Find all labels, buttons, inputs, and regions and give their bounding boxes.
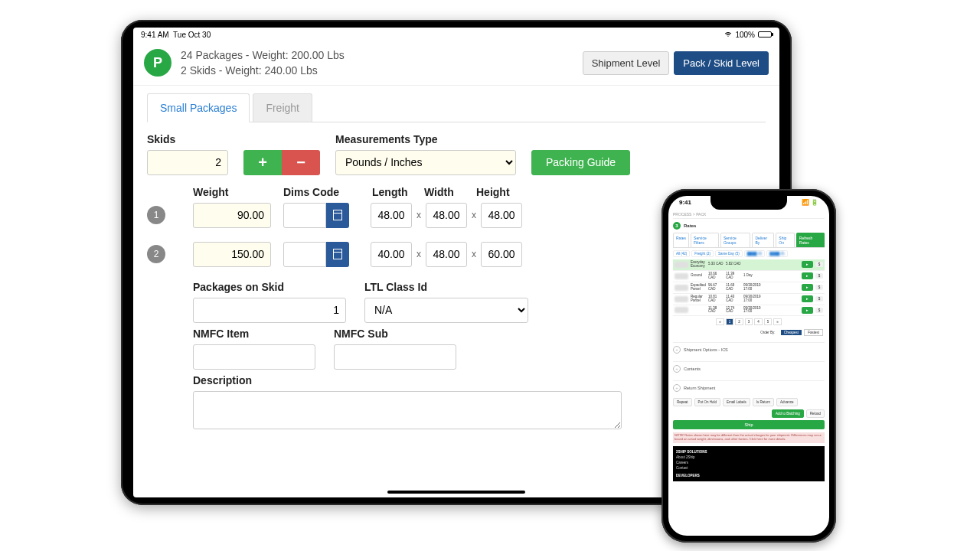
price-details-button[interactable]: $ [815,262,823,267]
ship-button[interactable]: Ship [673,420,825,429]
skids-input[interactable] [147,150,228,175]
ltl-class-label: LTL Class Id [364,281,528,293]
dims-code-input-1[interactable] [283,203,326,228]
rate-col1: 96.67 CAD [708,284,724,292]
filter-freight[interactable]: Freight (2) [691,250,714,257]
add-to-batching-button[interactable]: Add to Batching [772,409,804,418]
width-input-1[interactable] [426,203,467,228]
filter-all[interactable]: All (42) [673,250,690,257]
section-shipment-options[interactable]: + Shipment Options - ICS [673,342,825,357]
skid-number-badge: 1 [147,206,165,224]
status-date: Tue Oct 30 [173,31,211,39]
is-return-button[interactable]: Is Return [753,398,774,406]
pagination: « 1 2 3 4 5 » [673,316,825,328]
tab-service-groups[interactable]: Service Groups [720,233,750,247]
email-labels-button[interactable]: Email Labels [723,398,750,406]
page-5[interactable]: 5 [764,318,773,325]
height-input-2[interactable] [481,242,522,267]
repeat-button[interactable]: Repeat [673,398,692,406]
rate-col3: 09/30/2019 17:00 [743,284,759,292]
iphone-frame: 9:41 📶 🔋 PROCESS > PACK 3 Rates Rates Se… [662,189,836,543]
rate-col2: 11.69 CAD [726,284,741,292]
width-input-2[interactable] [426,242,467,267]
nmfc-sub-label: NMFC Sub [334,328,456,340]
iphone-signal-icons: 📶 🔋 [802,199,818,206]
page-next[interactable]: » [773,318,782,325]
packing-guide-button[interactable]: Packing Guide [531,150,630,175]
row-ship-button[interactable]: ▸ [802,261,813,268]
length-input-1[interactable] [371,203,412,228]
packages-on-skid-input[interactable] [193,298,346,323]
row-ship-button[interactable]: ▸ [802,295,813,302]
dims-code-header: Dims Code [283,186,372,198]
tab-service-filters[interactable]: Service Filters [691,233,719,247]
row-ship-button[interactable]: ▸ [802,307,813,314]
weight-input-2[interactable] [193,242,271,267]
rate-col3: 09/30/2019 17:00 [743,307,759,315]
rate-row[interactable]: Everyday Economy5.33 CAD5.82 CAD▸$ [673,259,825,271]
width-header: Width [424,186,476,198]
height-input-1[interactable] [481,203,522,228]
order-cheapest[interactable]: Cheapest [781,330,802,335]
footer-link[interactable]: Careers [676,460,822,465]
rates-table: Everyday Economy5.33 CAD5.82 CAD▸$Ground… [673,259,825,316]
skids-plus-button[interactable]: + [243,150,282,175]
nmfc-item-label: NMFC Item [193,328,315,340]
height-header: Height [476,186,528,198]
service-name: Ground [691,274,706,278]
rate-row[interactable]: Expedited Parcel96.67 CAD11.69 CAD09/30/… [673,282,825,294]
tab-rates[interactable]: Rates [673,233,689,247]
rate-row[interactable]: Regular Parcel10.81 CAD11.43 CAD09/30/20… [673,294,825,305]
price-details-button[interactable]: $ [815,285,823,290]
description-input[interactable] [193,391,622,429]
skids-minus-button[interactable]: − [282,150,320,175]
section-contents[interactable]: + Contents [673,361,825,376]
tab-ship-on[interactable]: Ship On [776,233,795,247]
price-details-button[interactable]: $ [815,308,823,313]
price-details-button[interactable]: $ [815,296,823,302]
filter-blurred[interactable]: ████ (8) [766,250,788,257]
length-input-2[interactable] [371,242,412,267]
row-ship-button[interactable]: ▸ [802,272,813,279]
weight-input-1[interactable] [193,203,271,228]
footer-link[interactable]: Contact [676,465,822,471]
order-fastest[interactable]: Fastest [804,329,823,336]
dims-lookup-button-1[interactable] [326,203,349,228]
tab-small-packages[interactable]: Small Packages [147,93,250,122]
carrier-logo [675,285,688,291]
advance-button[interactable]: Advance [776,398,798,406]
nmfc-item-input[interactable] [193,344,315,370]
price-details-button[interactable]: $ [815,273,823,279]
rate-filters: All (42) Freight (2) Same Day (5) ████ (… [673,248,825,259]
page-1[interactable]: 1 [726,318,734,325]
length-header: Length [372,186,424,198]
rate-col1: 10.81 CAD [708,295,724,303]
page-2[interactable]: 2 [735,318,743,325]
pack-skid-level-button[interactable]: Pack / Skid Level [674,51,769,75]
rates-disclaimer: NOTE! Rates shown here may be different … [673,432,825,443]
dims-lookup-button-2[interactable] [326,242,349,267]
dims-code-input-2[interactable] [283,242,326,267]
rate-row[interactable]: 11.38 CAD12.74 CAD09/30/2019 17:00▸$ [673,305,825,317]
filter-blurred[interactable]: ████ (8) [744,250,766,257]
tab-deliver-by[interactable]: Deliver By [752,233,774,247]
ltl-class-select[interactable]: N/A [364,298,528,323]
section-return-shipment[interactable]: + Return Shipment [673,380,825,395]
shipment-level-button[interactable]: Shipment Level [583,51,670,75]
rate-row[interactable]: Ground10.66 CAD11.39 CAD1 Day▸$ [673,271,825,282]
breadcrumb: PROCESS > PACK [673,210,825,219]
summary-packages: 24 Packages - Weight: 200.00 Lbs [181,47,583,63]
footer-link[interactable]: About 2Ship [676,455,822,460]
filter-same-day[interactable]: Same Day (5) [715,250,743,257]
measurements-type-select[interactable]: Pounds / Inches [335,150,516,175]
row-ship-button[interactable]: ▸ [802,284,813,291]
tab-freight[interactable]: Freight [253,93,312,122]
nmfc-sub-input[interactable] [334,344,456,370]
reload-button[interactable]: Reload [806,409,825,418]
page-4[interactable]: 4 [754,318,763,325]
put-on-hold-button[interactable]: Put On Hold [694,398,721,406]
page-3[interactable]: 3 [745,318,753,325]
refresh-rates-button[interactable]: Refresh Rates [796,233,825,247]
x-separator: x [470,249,478,259]
page-prev[interactable]: « [716,318,724,325]
